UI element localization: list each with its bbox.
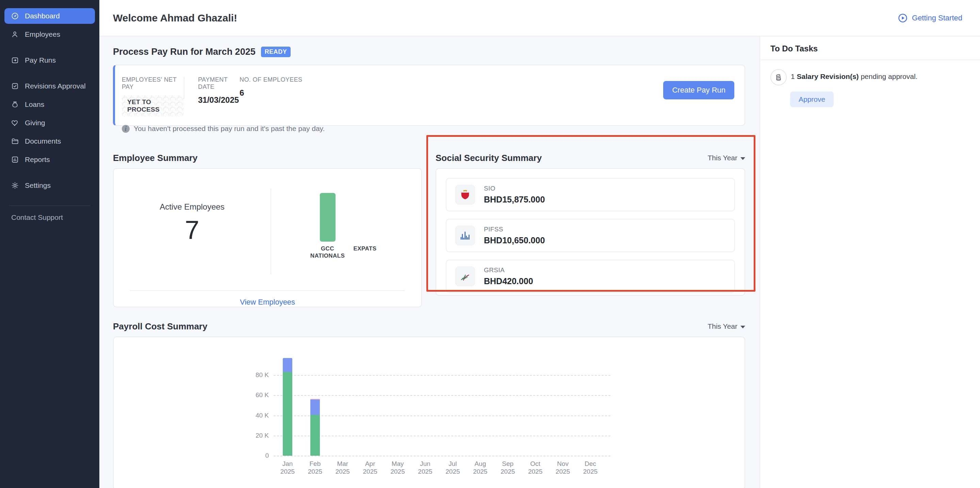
info-icon: i <box>122 125 130 133</box>
payroll-cost-period-dropdown[interactable]: This Year <box>708 322 745 331</box>
employee-card-footer: View Employees <box>130 290 405 307</box>
chevron-down-icon <box>740 326 745 328</box>
sidebar-item-label: Giving <box>25 119 45 127</box>
sidebar-item-pay-runs[interactable]: Pay Runs <box>5 52 95 68</box>
x-axis-tick: Apr2025 <box>355 460 385 475</box>
getting-started-label: Getting Started <box>912 14 962 22</box>
x-axis-tick: Feb2025 <box>300 460 331 475</box>
view-employees-link[interactable]: View Employees <box>240 298 295 306</box>
category-label: GCCNATIONALS <box>310 245 345 259</box>
sidebar-item-revisions-approval[interactable]: Revisions Approval <box>5 78 95 94</box>
x-axis-tick: Aug2025 <box>465 460 495 475</box>
reports-icon <box>11 156 19 164</box>
sidebar-item-giving[interactable]: Giving <box>5 115 95 131</box>
employee-category-gcc-nationals: GCCNATIONALS <box>310 191 346 259</box>
social-security-row-sio[interactable]: SIOBHD15,875.000 <box>446 178 735 211</box>
payrun-card: EMPLOYEES' NET PAY YET TO PROCESS PAYMEN… <box>113 65 745 126</box>
gridline <box>274 456 611 456</box>
sidebar-item-loans[interactable]: Loans <box>5 97 95 112</box>
category-label: EXPATS <box>353 245 377 259</box>
x-axis-tick: May2025 <box>382 460 413 475</box>
play-circle-icon <box>898 13 908 23</box>
payroll-cost-card: 020 K40 K60 K80 KJan2025Feb2025Mar2025Ap… <box>113 337 745 488</box>
green-segment <box>283 372 292 456</box>
gridline <box>274 436 611 436</box>
x-axis-tick: Oct2025 <box>520 460 550 475</box>
payrun-note-text: You haven't processed this pay run and i… <box>134 124 325 133</box>
employee-count-label: NO. OF EMPLOYEES <box>240 76 302 83</box>
sidebar-divider <box>9 205 90 206</box>
payrun-heading: Process Pay Run for March 2025 READY <box>113 47 745 57</box>
todo-panel-title: To Do Tasks <box>760 37 980 60</box>
x-axis-tick: Sep2025 <box>492 460 523 475</box>
employee-category-expats: EXPATS <box>347 191 383 259</box>
payrun-title: Process Pay Run for March 2025 <box>113 47 256 57</box>
chevron-down-icon <box>740 157 745 160</box>
getting-started-link[interactable]: Getting Started <box>898 13 962 23</box>
x-axis-tick: Jun2025 <box>410 460 441 475</box>
y-axis-tick: 60 K <box>249 391 269 399</box>
employee-bar <box>320 193 336 242</box>
sidebar-item-label: Employees <box>25 30 60 38</box>
blue-segment <box>283 358 292 372</box>
create-pay-run-button[interactable]: Create Pay Run <box>663 81 734 99</box>
bar-feb-2025 <box>310 399 320 456</box>
social-security-name: SIO <box>484 185 545 192</box>
social-security-name: GRSIA <box>484 267 533 274</box>
pay-runs-icon <box>11 56 19 64</box>
sidebar-item-documents[interactable]: Documents <box>5 134 95 149</box>
blue-segment <box>310 399 320 415</box>
social-security-amount: BHD420.000 <box>484 276 533 286</box>
sidebar-item-label: Dashboard <box>25 12 60 20</box>
sidebar-item-label: Revisions Approval <box>25 82 86 90</box>
page-title: Welcome Ahmad Ghazali! <box>113 12 237 24</box>
x-axis-tick: Nov2025 <box>547 460 578 475</box>
y-axis-tick: 80 K <box>249 371 269 379</box>
approve-button[interactable]: Approve <box>790 92 834 107</box>
main-content: Process Pay Run for March 2025 READY EMP… <box>99 37 759 488</box>
payrun-note: i You haven't processed this pay run and… <box>122 124 732 133</box>
employee-summary-section: Employee Summary Active Employees 7 GCCN… <box>113 153 422 307</box>
sidebar-item-dashboard[interactable]: Dashboard <box>5 8 95 24</box>
field-net-pay: EMPLOYEES' NET PAY YET TO PROCESS <box>122 74 184 116</box>
sidebar-item-label: Documents <box>25 137 61 145</box>
pifss-logo-icon <box>455 226 475 245</box>
employee-summary-title: Employee Summary <box>113 153 198 163</box>
social-security-period-dropdown[interactable]: This Year <box>708 154 745 162</box>
x-axis-tick: Mar2025 <box>327 460 358 475</box>
sidebar-item-settings[interactable]: Settings <box>5 178 95 193</box>
period-label: This Year <box>708 322 737 331</box>
bar-jan-2025 <box>283 358 292 456</box>
payroll-cost-chart: 020 K40 K60 K80 KJan2025Feb2025Mar2025Ap… <box>249 337 640 474</box>
period-label: This Year <box>708 154 737 162</box>
field-payment-date: PAYMENT DATE 31/03/2025 <box>185 74 240 105</box>
dashboard-icon <box>11 12 19 20</box>
grsia-logo-icon <box>455 267 475 286</box>
documents-icon <box>11 137 19 145</box>
net-pay-masked-value: YET TO PROCESS <box>122 95 184 116</box>
active-employees-count: 7 <box>185 215 199 245</box>
settings-icon <box>11 181 19 189</box>
y-axis-tick: 20 K <box>249 432 269 439</box>
revisions-approval-icon <box>11 82 19 90</box>
payroll-cost-title: Payroll Cost Summary <box>113 321 207 332</box>
status-badge: READY <box>261 47 291 57</box>
net-pay-label: EMPLOYEES' NET PAY <box>122 76 184 91</box>
social-security-section: Social Security Summary This Year SIOBHD… <box>436 153 745 307</box>
y-axis-tick: 40 K <box>249 412 269 419</box>
todo-panel: To Do Tasks 1 Salary Revision(s) pending… <box>759 37 980 488</box>
employee-summary-card: Active Employees 7 GCCNATIONALSEXPATS Vi… <box>113 168 422 307</box>
sidebar-item-reports[interactable]: Reports <box>5 152 95 167</box>
sidebar-item-employees[interactable]: Employees <box>5 27 95 42</box>
social-security-amount: BHD15,875.000 <box>484 195 545 205</box>
loans-icon <box>11 100 19 108</box>
sidebar: DashboardEmployeesPay RunsRevisions Appr… <box>0 0 99 488</box>
sidebar-nav-list: DashboardEmployeesPay RunsRevisions Appr… <box>0 8 99 193</box>
todo-item-salary-revision: 1 Salary Revision(s) pending approval. <box>760 60 980 86</box>
payroll-cost-section: Payroll Cost Summary This Year 020 K40 K… <box>113 321 745 488</box>
social-security-row-pifss[interactable]: PIFSSBHD10,650.000 <box>446 219 735 252</box>
x-axis-tick: Dec2025 <box>575 460 606 475</box>
contact-support-link[interactable]: Contact Support <box>11 213 99 221</box>
social-security-row-grsia[interactable]: GRSIABHD420.000 <box>446 260 735 293</box>
giving-icon <box>11 119 19 127</box>
